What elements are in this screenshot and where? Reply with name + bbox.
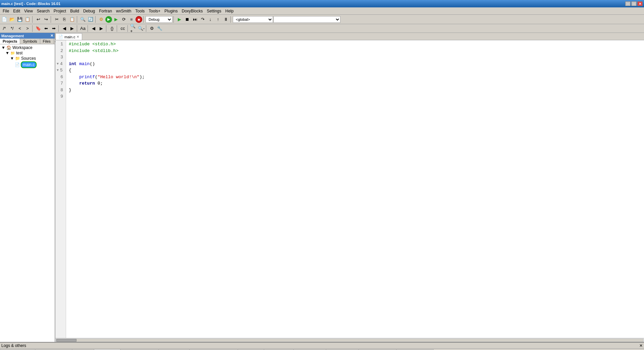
titlebar-controls: ─ □ ✕ <box>625 1 643 6</box>
sources-folder-item[interactable]: ▼ 📁 Sources <box>1 56 54 61</box>
toolbar-sep7 <box>230 16 232 23</box>
left-panel: Management ✕ Projects Symbols Files ◀ ▶ … <box>0 33 55 342</box>
main-area: Management ✕ Projects Symbols Files ◀ ▶ … <box>0 33 644 342</box>
pause-button[interactable]: ⏸ <box>222 16 229 23</box>
find-button[interactable]: 🔍 <box>79 16 87 23</box>
code-editor[interactable]: 1 2 3 ▼4 ▼5 6 7 8 9 #include <stdio.h> #… <box>55 40 644 338</box>
prev-bookmark[interactable]: ⬅ <box>42 25 50 32</box>
line-num-4: ▼4 <box>57 61 63 67</box>
rebuild-button[interactable]: ⟳ <box>120 16 127 23</box>
next-bookmark[interactable]: ➡ <box>50 25 57 32</box>
maximize-button[interactable]: □ <box>631 1 637 6</box>
project-item[interactable]: ▼ 📁 test <box>1 50 54 56</box>
editor-tab-close[interactable]: ✕ <box>76 35 79 39</box>
line-num-9: 9 <box>57 93 63 100</box>
menu-search[interactable]: Search <box>35 8 52 14</box>
toolbar2-sep3 <box>77 25 78 32</box>
step-out-button[interactable]: ↑ <box>214 16 222 23</box>
jump-back[interactable]: ◀ <box>61 25 68 32</box>
menu-settings[interactable]: Settings <box>205 8 223 14</box>
menu-help[interactable]: Help <box>223 8 236 14</box>
project-expand-icon: ▼ <box>5 51 9 55</box>
build-run-button[interactable]: ▶ <box>112 16 120 23</box>
unindent-button[interactable]: > <box>24 25 31 32</box>
editor-tab-mainc[interactable]: 📄 main.c ✕ <box>55 33 82 40</box>
jump-forward[interactable]: ▶ <box>68 25 76 32</box>
stop-button-container: ■ <box>136 16 142 23</box>
line-num-2: 2 <box>57 48 63 54</box>
misc-btn[interactable]: 🔧 <box>156 25 163 32</box>
scope-select[interactable]: <global> <box>233 16 273 23</box>
editor-scrollbar[interactable] <box>55 338 644 342</box>
indent-button[interactable]: < <box>16 25 23 32</box>
logs-header: Logs & others ✕ <box>0 343 644 349</box>
match-brace[interactable]: {} <box>108 25 116 32</box>
mainc-file-item[interactable]: 📄 main.c <box>1 61 54 68</box>
tab-symbols[interactable]: Symbols <box>20 39 40 44</box>
save-button[interactable]: 💾 <box>16 16 23 23</box>
management-close-icon[interactable]: ✕ <box>50 34 53 38</box>
new-file-button[interactable]: 📄 <box>1 16 8 23</box>
abbrev-button[interactable]: Aa <box>79 25 87 32</box>
debug-start-button[interactable]: ▶ <box>176 16 183 23</box>
run-button[interactable]: ▶ <box>105 16 112 23</box>
menu-debug[interactable]: Debug <box>81 8 97 14</box>
toolbar2-sep2 <box>58 25 60 32</box>
comment-button[interactable]: /* <box>1 25 8 32</box>
project-icon: 📁 <box>10 51 15 55</box>
menu-project[interactable]: Project <box>52 8 68 14</box>
zoom-in[interactable]: 🔍+ <box>130 25 137 32</box>
zoom-out[interactable]: 🔍- <box>138 25 145 32</box>
tab-projects[interactable]: Projects <box>0 39 20 44</box>
code-completion[interactable]: cc <box>119 25 126 32</box>
code-content[interactable]: #include <stdio.h> #include <stdlib.h> i… <box>66 40 644 338</box>
scrollbar-thumb[interactable] <box>56 339 76 342</box>
toggle-bookmarks[interactable]: 🔖 <box>35 25 42 32</box>
title-bar-text: main.c [test] - Code::Blocks 16.01 <box>1 2 60 6</box>
mainc-label[interactable]: main.c <box>21 61 37 68</box>
tab-files[interactable]: Files <box>40 39 54 44</box>
menu-tools[interactable]: Tools <box>133 8 147 14</box>
redo-button[interactable]: ↪ <box>42 16 50 23</box>
paste-button[interactable]: 📋 <box>68 16 76 23</box>
stop-debug-button[interactable]: ■ <box>136 16 142 23</box>
menu-plugins[interactable]: Plugins <box>162 8 179 14</box>
workspace-item[interactable]: ▼ 🏠 Workspace <box>1 45 54 50</box>
step-into-button[interactable]: ↓ <box>207 16 214 23</box>
menu-doxyblocks[interactable]: DoxyBlocks <box>180 8 205 14</box>
next-instruction-button[interactable]: ⏭ <box>191 16 199 23</box>
symbol-select[interactable] <box>273 16 340 23</box>
replace-button[interactable]: 🔄 <box>87 16 94 23</box>
stop-build-button[interactable]: ■ <box>128 16 135 23</box>
cut-button[interactable]: ✂ <box>53 16 60 23</box>
menu-build[interactable]: Build <box>68 8 81 14</box>
copy-button[interactable]: ⎘ <box>61 16 68 23</box>
prev-occurrence[interactable]: ◀ <box>90 25 97 32</box>
menu-fortran[interactable]: Fortran <box>97 8 114 14</box>
save-all-button[interactable]: 📋 <box>24 16 31 23</box>
project-tree: ▼ 🏠 Workspace ▼ 📁 test ▼ 📁 Sources 📄 mai… <box>0 44 55 342</box>
next-line-button[interactable]: ↷ <box>199 16 206 23</box>
close-button[interactable]: ✕ <box>637 1 643 6</box>
toolbar-standard: 📄 📂 💾 📋 ↩ ↪ ✂ ⎘ 📋 🔍 🔄 ⚙ ▶ ▶ ⟳ ■ ■ Debug … <box>0 15 644 24</box>
line-num-8: 8 <box>57 87 63 94</box>
uncomment-button[interactable]: */ <box>8 25 16 32</box>
menu-toolsplus[interactable]: Tools+ <box>147 8 162 14</box>
line-num-7: 7 <box>57 80 63 87</box>
scrollbar-track[interactable] <box>56 339 643 342</box>
next-occurrence[interactable]: ▶ <box>98 25 105 32</box>
minimize-button[interactable]: ─ <box>625 1 631 6</box>
settings-btn[interactable]: ⚙ <box>148 25 156 32</box>
build-button[interactable]: ⚙ <box>98 16 105 23</box>
debug-stop-button[interactable]: ⏹ <box>183 16 191 23</box>
menu-file[interactable]: File <box>1 8 11 14</box>
logs-close-icon[interactable]: ✕ <box>639 343 643 348</box>
menu-wxsmith[interactable]: wxSmith <box>114 8 133 14</box>
file-icon: 📄 <box>15 62 20 67</box>
project-label: test <box>16 51 22 55</box>
build-type-select[interactable]: Debug Release <box>146 16 172 23</box>
menu-edit[interactable]: Edit <box>11 8 22 14</box>
menu-view[interactable]: View <box>22 8 35 14</box>
open-button[interactable]: 📂 <box>8 16 16 23</box>
undo-button[interactable]: ↩ <box>35 16 42 23</box>
